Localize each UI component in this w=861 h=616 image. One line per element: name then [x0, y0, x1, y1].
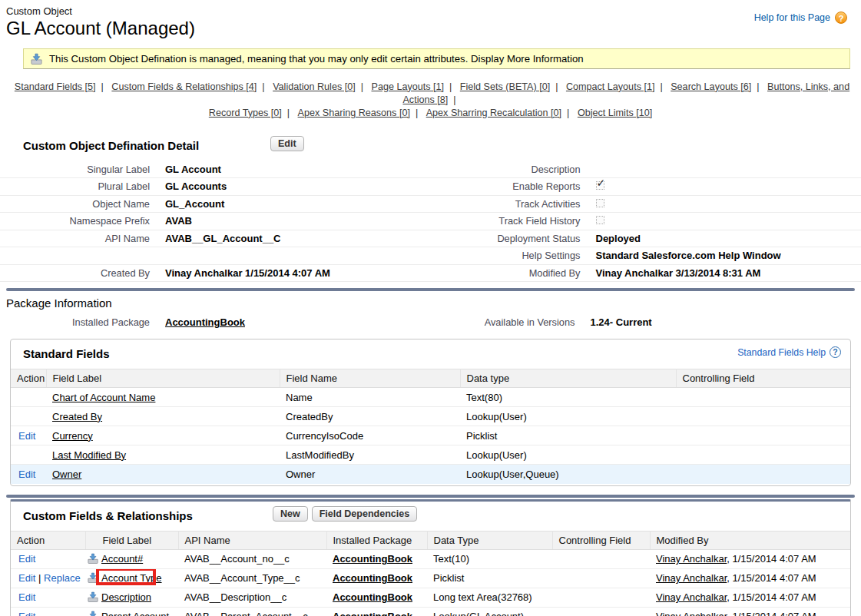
- nav-link-standard-fields[interactable]: Standard Fields [5]: [15, 81, 96, 92]
- nav-link-apex-sharing-reasons[interactable]: Apex Sharing Reasons [0]: [298, 108, 410, 118]
- detail-label: Help Settings: [431, 250, 581, 261]
- detail-label: Plural Label: [0, 180, 150, 192]
- field-dependencies-button[interactable]: Field Dependencies: [312, 506, 417, 522]
- separator: |: [449, 81, 452, 92]
- edit-link[interactable]: Edit: [18, 469, 35, 480]
- nav-link-field-sets[interactable]: Field Sets (BETA) [0]: [460, 81, 550, 92]
- col-header-data-type: Data Type: [427, 531, 552, 549]
- detail-row: Namespace PrefixAVAB Track Field History: [0, 213, 861, 230]
- col-header-controlling-field: Controlling Field: [676, 369, 850, 388]
- managed-package-icon: [88, 553, 98, 564]
- standard-fields-help-link[interactable]: Standard Fields Help ?: [737, 346, 841, 358]
- field-label-link[interactable]: Parent Account: [101, 611, 169, 616]
- controlling-field: [552, 607, 650, 616]
- separator: |: [361, 81, 363, 92]
- controlling-field: [676, 465, 850, 484]
- modified-by-link[interactable]: Vinay Anchalkar: [656, 553, 727, 565]
- replace-link[interactable]: Replace: [44, 572, 81, 584]
- page-title: GL Account (Managed): [6, 18, 861, 39]
- nav-link-apex-sharing-recalculation[interactable]: Apex Sharring Recalculation [0]: [426, 108, 561, 118]
- detail-label: Track Activities: [431, 198, 581, 210]
- new-button[interactable]: New: [273, 506, 308, 522]
- nav-link-record-types[interactable]: Record Types [0]: [209, 108, 282, 118]
- field-label-link[interactable]: Chart of Account Name: [52, 392, 155, 403]
- detail-label: Created By: [0, 267, 150, 279]
- modified-by-link[interactable]: Vinay Anchalkar: [656, 572, 727, 584]
- data-type: Lookup(User): [460, 445, 676, 465]
- col-header-api-name: API Name: [178, 531, 326, 549]
- installed-package-link[interactable]: AccountingBook: [333, 553, 412, 565]
- installed-package-link[interactable]: AccountingBook: [333, 572, 412, 584]
- data-type: Lookup(GL Account): [427, 607, 552, 616]
- help-question-icon[interactable]: ?: [830, 346, 841, 358]
- edit-link[interactable]: Edit: [18, 430, 35, 442]
- table-row: Last Modified By LastModifiedBy Lookup(U…: [11, 445, 850, 465]
- detail-value: GL Account: [165, 164, 221, 175]
- modified-by-link[interactable]: Vinay Anchalkar: [656, 611, 727, 616]
- managed-package-icon: [88, 611, 98, 616]
- nav-link-search-layouts[interactable]: Search Layouts [6]: [671, 81, 751, 92]
- edit-link[interactable]: Edit: [18, 611, 35, 616]
- field-name: Owner: [280, 465, 460, 484]
- edit-object-button[interactable]: Edit: [270, 136, 304, 151]
- field-label-link[interactable]: Currency: [52, 430, 93, 442]
- col-header-installed-package: Installed Package: [326, 531, 427, 549]
- help-link-label: Help for this Page: [754, 12, 830, 23]
- standard-fields-help-label: Standard Fields Help: [737, 347, 826, 358]
- standard-fields-title: Standard Fields: [23, 347, 110, 360]
- detail-row: Help SettingsStandard Salesforce.com Hel…: [0, 247, 861, 265]
- page-header: Custom Object GL Account (Managed) Help …: [0, 0, 861, 39]
- field-name: CreatedBy: [280, 407, 460, 426]
- object-type-kicker: Custom Object: [6, 5, 861, 17]
- controlling-field: [676, 388, 850, 407]
- nav-link-validation-rules[interactable]: Validation Rules [0]: [273, 81, 356, 92]
- field-label-link[interactable]: Owner: [52, 469, 81, 480]
- data-type: Lookup(User,Queue): [460, 465, 676, 484]
- custom-fields-title: Custom Fields & Relationships: [23, 509, 193, 522]
- edit-link[interactable]: Edit: [18, 591, 35, 603]
- installed-package-link[interactable]: AccountingBook: [165, 316, 245, 328]
- api-name: AVAB__Parent_Account__c: [178, 607, 326, 616]
- nav-link-compact-layouts[interactable]: Compact Layouts [1]: [566, 81, 655, 92]
- col-header-controlling-field: Controlling Field: [552, 531, 650, 549]
- detail-value: Standard Salesforce.com Help Window: [596, 250, 781, 261]
- nav-row-2: Record Types [0]| Apex Sharing Reasons […: [0, 107, 861, 120]
- field-label-link[interactable]: Account#: [101, 553, 143, 565]
- edit-link[interactable]: Edit: [18, 553, 35, 565]
- detail-label: Description: [431, 164, 581, 175]
- api-name: AVAB__Account_Type__c: [178, 568, 326, 588]
- managed-package-icon: [88, 572, 98, 583]
- detail-label: Deployment Status: [431, 233, 581, 244]
- installed-package-link[interactable]: AccountingBook: [333, 611, 412, 616]
- help-for-this-page-link[interactable]: Help for this Page ?: [754, 12, 847, 24]
- col-header-action: Action: [11, 531, 85, 549]
- nav-link-page-layouts[interactable]: Page Layouts [1]: [371, 81, 444, 92]
- managed-package-icon: [31, 53, 42, 65]
- section-shortcut-nav: Standard Fields [5]| Custom Fields & Rel…: [0, 81, 861, 120]
- detail-row: Singular LabelGL Account Description: [0, 161, 861, 179]
- installed-package-link[interactable]: AccountingBook: [333, 591, 412, 603]
- field-label-link[interactable]: Last Modified By: [52, 449, 126, 461]
- section-divider-bar: [6, 495, 855, 498]
- separator: |: [38, 572, 41, 584]
- field-label-link[interactable]: Account Type: [101, 572, 162, 584]
- field-label-link[interactable]: Description: [101, 591, 151, 603]
- package-information-section: Package Information Installed Package Ac…: [0, 296, 861, 328]
- detail-label: Track Field History: [431, 215, 581, 227]
- table-row-highlighted: Edit Owner Owner Lookup(User,Queue): [11, 465, 850, 484]
- nav-link-custom-fields[interactable]: Custom Fields & Relationships [4]: [111, 81, 257, 92]
- installed-package-label: Installed Package: [0, 316, 150, 328]
- field-label-link[interactable]: Created By: [52, 411, 102, 422]
- data-type: Text(10): [427, 549, 552, 568]
- edit-link[interactable]: Edit: [18, 572, 35, 584]
- api-name: AVAB__Description__c: [178, 588, 326, 607]
- controlling-field: [552, 549, 650, 568]
- modified-by-link[interactable]: Vinay Anchalkar: [656, 591, 727, 603]
- col-header-data-type: Data type: [460, 369, 676, 388]
- detail-value: GL_Account: [165, 198, 224, 210]
- modified-date: , 1/15/2014 4:07 AM: [727, 611, 816, 616]
- nav-link-object-limits[interactable]: Object Limits [10]: [578, 108, 652, 118]
- data-type: Picklist: [460, 426, 676, 445]
- controlling-field: [676, 445, 850, 465]
- help-question-icon[interactable]: ?: [835, 12, 847, 24]
